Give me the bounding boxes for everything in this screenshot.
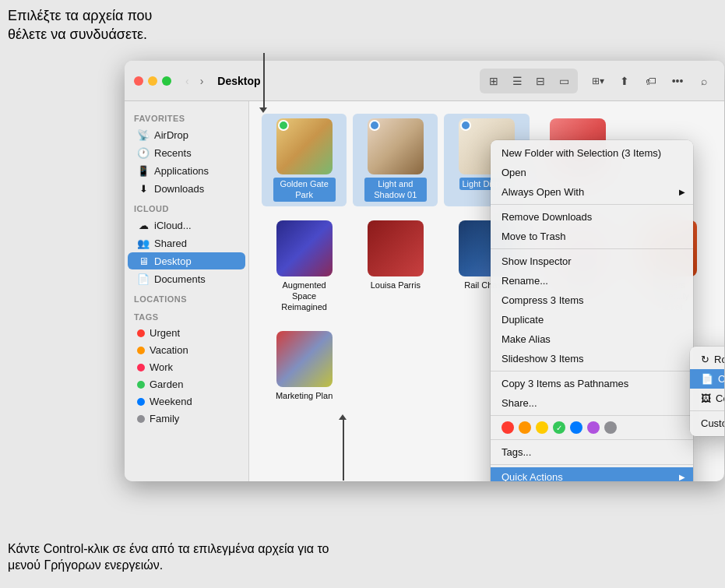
submenu-rotate-right[interactable]: ↻ Rotate Right bbox=[690, 350, 724, 369]
image-icon: 🖼 bbox=[701, 393, 711, 404]
back-button[interactable]: ‹ bbox=[182, 73, 192, 89]
sidebar-item-family[interactable]: Family bbox=[128, 410, 245, 427]
file-item-golden-gate[interactable]: Golden Gate Park bbox=[262, 114, 347, 206]
sidebar-item-downloads[interactable]: ⬇ Downloads bbox=[128, 180, 245, 197]
applications-icon: 📱 bbox=[137, 164, 150, 177]
context-menu: New Folder with Selection (3 Items) Open… bbox=[491, 140, 693, 481]
locations-label: Locations bbox=[125, 288, 248, 306]
file-item-louisa[interactable]: Louisa Parris bbox=[353, 216, 438, 318]
forward-button[interactable]: › bbox=[197, 73, 207, 89]
toolbar: ‹ › Desktop ⊞ ☰ ⊟ ▭ ⊞▾ ⬆ 🏷 ••• ⌕ bbox=[125, 61, 724, 101]
gallery-view-button[interactable]: ▭ bbox=[553, 70, 575, 92]
view-switcher: ⊞ ☰ ⊟ ▭ bbox=[480, 69, 578, 93]
sidebar-item-label: Vacation bbox=[150, 344, 188, 356]
menu-item-slideshow[interactable]: Slideshow 3 Items bbox=[491, 349, 693, 368]
file-item-light-and-shadow[interactable]: Light and Shadow 01 bbox=[353, 114, 438, 206]
sidebar-item-urgent[interactable]: Urgent bbox=[128, 325, 245, 341]
sidebar-item-applications[interactable]: 📱 Applications bbox=[128, 162, 245, 179]
file-name: Augmented Space Reimagined bbox=[273, 280, 336, 313]
sidebar-item-label: Documents bbox=[154, 273, 206, 285]
menu-item-new-folder[interactable]: New Folder with Selection (3 Items) bbox=[491, 143, 693, 163]
downloads-icon: ⬇ bbox=[137, 182, 150, 195]
list-view-button[interactable]: ☰ bbox=[506, 70, 528, 92]
tag-color-gray[interactable] bbox=[604, 421, 617, 434]
menu-item-rename[interactable]: Rename... bbox=[491, 271, 693, 290]
tags-label: Tags bbox=[125, 306, 248, 324]
menu-sep-4 bbox=[491, 415, 693, 416]
finder-body: Favorites 📡 AirDrop 🕐 Recents 📱 Applicat… bbox=[125, 101, 724, 481]
menu-item-open[interactable]: Open bbox=[491, 163, 693, 182]
tag-color-red[interactable] bbox=[502, 421, 514, 434]
toolbar-right: ⊞▾ ⬆ 🏷 ••• ⌕ bbox=[587, 70, 715, 92]
close-button[interactable] bbox=[134, 76, 143, 86]
airdrop-icon: 📡 bbox=[137, 129, 150, 141]
tag-button[interactable]: 🏷 bbox=[640, 70, 662, 92]
quick-actions-submenu: ↻ Rotate Right 📄 Create PDF 🖼 Convert Im… bbox=[690, 347, 724, 436]
file-thumb bbox=[276, 118, 333, 174]
maximize-button[interactable] bbox=[162, 76, 171, 86]
sidebar-item-vacation[interactable]: Vacation bbox=[128, 342, 245, 358]
icloud-icon: ☁ bbox=[137, 219, 150, 231]
shared-icon: 👥 bbox=[137, 237, 150, 249]
group-button[interactable]: ⊞▾ bbox=[587, 70, 609, 92]
file-name: Louisa Parris bbox=[371, 280, 421, 290]
file-item-marketing[interactable]: Marketing Plan bbox=[262, 326, 347, 406]
annotation-arrow-top bbox=[259, 107, 267, 113]
sidebar-item-label: Garden bbox=[150, 379, 183, 390]
more-button[interactable]: ••• bbox=[667, 70, 688, 92]
menu-item-share[interactable]: Share... bbox=[491, 393, 693, 413]
file-thumb bbox=[368, 118, 424, 174]
selection-indicator bbox=[460, 120, 471, 131]
submenu-create-pdf[interactable]: 📄 Create PDF bbox=[690, 369, 724, 389]
sidebar-item-label: Downloads bbox=[154, 183, 204, 195]
sidebar-item-shared[interactable]: 👥 Shared bbox=[128, 234, 245, 252]
menu-item-move-to-trash[interactable]: Move to Trash bbox=[491, 227, 693, 246]
submenu-customize[interactable]: Customize... bbox=[690, 414, 724, 433]
submenu-sep bbox=[690, 410, 724, 411]
sidebar-item-recents[interactable]: 🕐 Recents bbox=[128, 144, 245, 161]
search-button[interactable]: ⌕ bbox=[693, 70, 715, 92]
icon-view-button[interactable]: ⊞ bbox=[483, 70, 505, 92]
menu-item-compress[interactable]: Compress 3 Items bbox=[491, 290, 693, 310]
work-tag-dot bbox=[137, 364, 145, 371]
sidebar-item-label: Shared bbox=[154, 238, 187, 249]
sidebar-item-work[interactable]: Work bbox=[128, 359, 245, 375]
sidebar-item-label: Recents bbox=[154, 147, 192, 159]
annotation-top: Επιλέξτε τα αρχεία που θέλετε να συνδυάσ… bbox=[8, 6, 164, 44]
tag-color-orange[interactable] bbox=[519, 421, 531, 434]
menu-item-duplicate[interactable]: Duplicate bbox=[491, 310, 693, 329]
menu-item-tags[interactable]: Tags... bbox=[491, 442, 693, 462]
file-name: Golden Gate Park bbox=[273, 178, 336, 202]
sidebar-item-desktop[interactable]: 🖥 Desktop bbox=[128, 252, 245, 269]
menu-sep-3 bbox=[491, 371, 693, 371]
share-button[interactable]: ⬆ bbox=[614, 70, 635, 92]
minimize-button[interactable] bbox=[148, 76, 157, 86]
column-view-button[interactable]: ⊟ bbox=[530, 70, 551, 92]
tag-color-green[interactable]: ✓ bbox=[553, 421, 565, 434]
menu-sep-2 bbox=[491, 248, 693, 249]
menu-item-copy-pathnames[interactable]: Copy 3 Items as Pathnames bbox=[491, 374, 693, 393]
tag-color-blue[interactable] bbox=[570, 421, 582, 434]
sidebar-item-garden[interactable]: Garden bbox=[128, 376, 245, 393]
rotate-icon: ↻ bbox=[701, 354, 709, 365]
menu-item-make-alias[interactable]: Make Alias bbox=[491, 329, 693, 349]
sidebar-item-documents[interactable]: 📄 Documents bbox=[128, 270, 245, 287]
sidebar-item-icloud[interactable]: ☁ iCloud... bbox=[128, 217, 245, 234]
sidebar-item-airdrop[interactable]: 📡 AirDrop bbox=[128, 126, 245, 143]
submenu-convert-image[interactable]: 🖼 Convert Image bbox=[690, 389, 724, 408]
sidebar-item-label: Weekend bbox=[150, 396, 192, 407]
file-name: Marketing Plan bbox=[276, 390, 333, 401]
menu-item-show-inspector[interactable]: Show Inspector bbox=[491, 252, 693, 271]
tag-color-yellow[interactable] bbox=[536, 421, 548, 434]
menu-item-always-open-with[interactable]: Always Open With bbox=[491, 182, 693, 202]
selection-indicator bbox=[369, 120, 380, 131]
tag-color-purple[interactable] bbox=[587, 421, 600, 434]
menu-item-quick-actions[interactable]: Quick Actions bbox=[491, 467, 693, 481]
menu-item-remove-downloads[interactable]: Remove Downloads bbox=[491, 207, 693, 227]
sidebar-item-weekend[interactable]: Weekend bbox=[128, 393, 245, 410]
annotation-line-bottom bbox=[343, 418, 344, 481]
family-tag-dot bbox=[137, 415, 145, 423]
path-label: Desktop bbox=[217, 75, 260, 87]
file-item-augmented[interactable]: Augmented Space Reimagined bbox=[262, 216, 347, 318]
sidebar-item-label: Desktop bbox=[154, 255, 192, 267]
